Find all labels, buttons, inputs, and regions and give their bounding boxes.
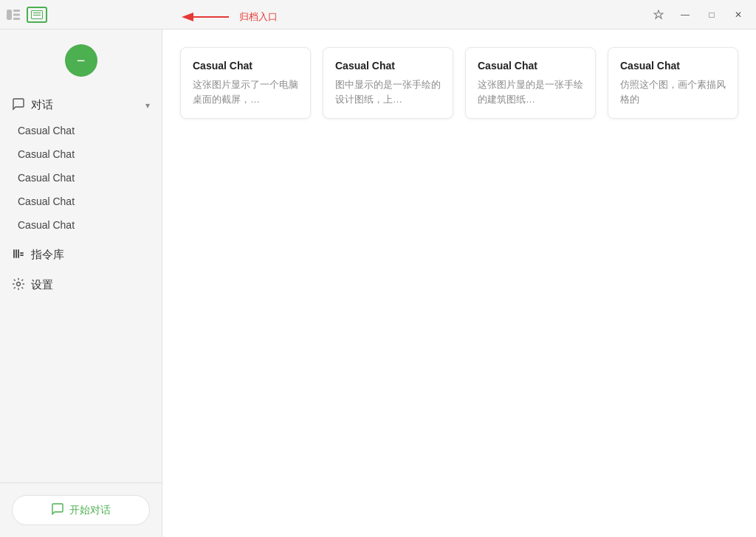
- avatar-section: −: [0, 30, 162, 89]
- conversation-item-3[interactable]: Casual Chat: [0, 190, 162, 213]
- svg-point-9: [17, 283, 21, 286]
- settings-item[interactable]: 设置: [0, 270, 162, 300]
- maximize-button[interactable]: □: [700, 4, 724, 25]
- start-chat-label: 开始对话: [69, 504, 111, 517]
- card-title-3: Casual Chat: [620, 60, 726, 72]
- sidebar-toggle-icon[interactable]: [6, 7, 21, 22]
- title-bar: 归档入口 — □ ✕: [0, 0, 756, 30]
- card-title-0: Casual Chat: [193, 60, 298, 72]
- svg-rect-4: [13, 249, 15, 258]
- conversation-item-2[interactable]: Casual Chat: [0, 166, 162, 190]
- pin-button[interactable]: [647, 4, 670, 25]
- avatar-icon: −: [77, 52, 86, 69]
- svg-rect-6: [18, 249, 19, 258]
- sidebar-nav: 对话 ▾ Casual ChatCasual ChatCasual ChatCa…: [0, 89, 162, 482]
- card-title-2: Casual Chat: [478, 60, 583, 72]
- close-button[interactable]: ✕: [726, 4, 750, 25]
- title-bar-controls: — □ ✕: [647, 4, 750, 25]
- arrow-icon: [177, 6, 236, 28]
- start-chat-icon: [52, 503, 63, 517]
- conversation-header[interactable]: 对话 ▾: [0, 91, 162, 119]
- chat-card-3[interactable]: Casual Chat 仿照这个图，画个素描风格的: [608, 47, 738, 119]
- chat-icon: [12, 97, 25, 113]
- chat-card-2[interactable]: Casual Chat 这张图片显的是一张手绘的建筑图纸…: [465, 47, 596, 119]
- sidebar: − 对话 ▾ Casu: [0, 30, 162, 537]
- chat-card-1[interactable]: Casual Chat 图中显示的是一张手绘的设计图纸，上…: [323, 47, 453, 119]
- conversation-item-1[interactable]: Casual Chat: [0, 142, 162, 166]
- card-desc-2: 这张图片显的是一张手绘的建筑图纸…: [478, 77, 583, 106]
- chat-card-0[interactable]: Casual Chat 这张图片显示了一个电脑桌面的截屏，…: [180, 47, 311, 119]
- archive-annotation: 归档入口: [177, 6, 278, 28]
- settings-icon: [12, 277, 25, 293]
- annotation-text: 归档入口: [239, 10, 278, 24]
- svg-rect-7: [20, 252, 24, 254]
- avatar: −: [65, 44, 97, 77]
- conversation-item-0[interactable]: Casual Chat: [0, 119, 162, 142]
- main-layout: − 对话 ▾ Casu: [0, 30, 756, 537]
- svg-rect-5: [16, 249, 17, 258]
- command-lib-icon: [12, 247, 25, 263]
- command-lib-label: 指令库: [31, 248, 64, 262]
- chevron-down-icon: ▾: [145, 100, 150, 111]
- card-desc-3: 仿照这个图，画个素描风格的: [620, 77, 726, 106]
- archive-icon: [31, 10, 43, 19]
- sidebar-bottom: 开始对话: [0, 482, 162, 537]
- svg-rect-2: [13, 13, 20, 15]
- svg-rect-8: [20, 254, 24, 256]
- main-content: Casual Chat 这张图片显示了一个电脑桌面的截屏，… Casual Ch…: [162, 30, 756, 537]
- archive-button[interactable]: [27, 7, 47, 23]
- svg-rect-1: [13, 10, 20, 12]
- card-title-1: Casual Chat: [335, 60, 441, 72]
- conversation-list: Casual ChatCasual ChatCasual ChatCasual …: [0, 119, 162, 237]
- card-desc-1: 图中显示的是一张手绘的设计图纸，上…: [335, 77, 441, 106]
- minimize-button[interactable]: —: [673, 4, 697, 25]
- start-chat-button[interactable]: 开始对话: [12, 495, 150, 525]
- svg-rect-0: [7, 10, 12, 20]
- svg-rect-3: [13, 18, 20, 20]
- conversation-section: 对话 ▾ Casual ChatCasual ChatCasual ChatCa…: [0, 89, 162, 240]
- card-grid: Casual Chat 这张图片显示了一个电脑桌面的截屏，… Casual Ch…: [180, 47, 738, 119]
- conversation-header-left: 对话: [12, 97, 53, 113]
- command-lib-item[interactable]: 指令库: [0, 240, 162, 270]
- settings-label: 设置: [31, 278, 53, 292]
- conversation-label: 对话: [31, 98, 53, 112]
- card-desc-0: 这张图片显示了一个电脑桌面的截屏，…: [193, 77, 298, 106]
- title-bar-left: [6, 7, 47, 23]
- conversation-item-4[interactable]: Casual Chat: [0, 213, 162, 237]
